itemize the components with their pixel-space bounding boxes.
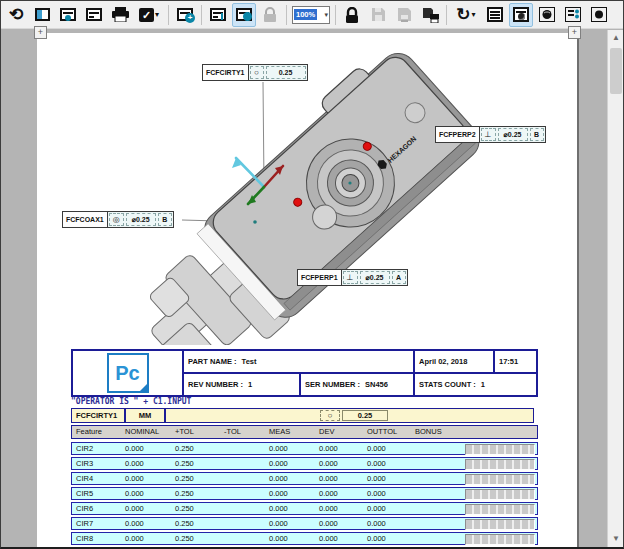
- report-template-icon[interactable]: [56, 3, 80, 27]
- save-icon[interactable]: [366, 3, 390, 27]
- hit-point: [348, 181, 351, 184]
- add-report-icon[interactable]: +: [173, 3, 197, 27]
- datum-ref: B: [530, 128, 544, 141]
- result-bar: [465, 534, 535, 545]
- perpendicularity-icon: ⊥: [481, 128, 496, 141]
- table-row: CIR20.0000.2500.0000.0000.000: [71, 442, 538, 455]
- perpendicularity-icon: ⊥: [343, 271, 358, 284]
- table-column-header: Feature NOMINAL +TOL -TOL MEAS DEV OUTTO…: [71, 425, 538, 439]
- save-print-icon[interactable]: [418, 3, 442, 27]
- operator-expression: "OPERATOR IS " + C1.INPUT: [71, 397, 191, 406]
- concentricity-icon: ◎: [109, 213, 124, 226]
- result-bar: [465, 519, 535, 530]
- table-row: CIR30.0000.2500.0000.0000.000: [71, 457, 538, 470]
- solid-view-icon[interactable]: [535, 3, 559, 27]
- stats-count-label: STATS COUNT :: [419, 380, 476, 389]
- fcf-tolerance: 0.25: [342, 410, 388, 421]
- approve-check-icon[interactable]: ✓ ▾: [134, 3, 164, 27]
- refresh-icon[interactable]: ↻ ▾: [451, 3, 481, 27]
- scroll-up-icon[interactable]: ▲: [608, 30, 624, 46]
- table-row: CIR50.0000.2500.0000.0000.000: [71, 487, 538, 500]
- report-toolbar: ⟲ ✓ ▾ + 100% ▾: [1, 1, 623, 29]
- dropdown-caret-icon: ▾: [472, 10, 476, 19]
- result-bar: [465, 504, 535, 515]
- split-view-icon[interactable]: [30, 3, 54, 27]
- ser-number-value: SN456: [365, 380, 388, 389]
- circularity-icon: ○: [320, 410, 340, 421]
- document-area: HEXAGON FCFCIRTY1 ○: [1, 30, 607, 547]
- report-list-icon[interactable]: [561, 3, 585, 27]
- text-report-icon[interactable]: [206, 3, 230, 27]
- table-row: CIR60.0000.2500.0000.0000.000: [71, 502, 538, 515]
- combobox-caret-icon: ▾: [324, 11, 328, 19]
- separator: [286, 5, 287, 25]
- zoom-combobox[interactable]: 100% ▾: [292, 6, 330, 24]
- datum-ref: A: [392, 271, 406, 284]
- result-bar: [465, 474, 535, 485]
- report-window: ⟲ ✓ ▾ + 100% ▾: [0, 0, 624, 549]
- callout-fcfcirty1: FCFCIRTY1 ○ 0.25: [202, 64, 308, 81]
- table-row: CIR80.0000.2500.0000.0000.000: [71, 532, 538, 545]
- table-row: CIR70.0000.2500.0000.0000.000: [71, 517, 538, 530]
- result-bar: [465, 444, 535, 455]
- text-view-icon[interactable]: [483, 3, 507, 27]
- report-wizard-icon[interactable]: [82, 3, 106, 27]
- separator: [446, 5, 447, 25]
- rev-number-value: 1: [248, 380, 252, 389]
- part-body: HEXAGON: [107, 37, 486, 345]
- save-as-icon[interactable]: [392, 3, 416, 27]
- report-page: HEXAGON FCFCIRTY1 ○: [37, 33, 579, 549]
- pcdmis-logo: Pc: [107, 353, 149, 393]
- report-header-table: Pc PART NAME : Test April 02, 2018 17:51…: [71, 349, 538, 397]
- vertical-scrollbar[interactable]: ▲ ▼: [607, 30, 623, 547]
- hit-point: [253, 220, 257, 224]
- fcf-units: MM: [126, 409, 166, 422]
- table-row: CIR40.0000.2500.0000.0000.000: [71, 472, 538, 485]
- part-name-value: Test: [242, 357, 257, 366]
- part-name-label: PART NAME :: [188, 357, 237, 366]
- circularity-icon: ○: [250, 66, 264, 79]
- datum-ref: B: [158, 213, 172, 226]
- rev-number-label: REV NUMBER :: [188, 380, 243, 389]
- result-bar: [465, 489, 535, 500]
- scroll-down-icon[interactable]: ▼: [608, 531, 624, 547]
- callout-fcfcoax1: FCFCOAX1 ◎ ⌀0.25 B: [62, 211, 174, 228]
- zoom-value: 100%: [294, 9, 317, 20]
- callout-fcfperp2: FCFPERP2 ⊥ ⌀0.25 B: [435, 126, 546, 143]
- separator: [335, 5, 336, 25]
- callout-fcfperp1: FCFPERP1 ⊥ ⌀0.25 A: [297, 269, 408, 286]
- cad-report-icon[interactable]: [232, 3, 256, 27]
- section-expand-marker[interactable]: +: [568, 26, 581, 39]
- report-time: 17:51: [495, 351, 536, 372]
- stats-count-value: 1: [481, 380, 485, 389]
- fcf-name: FCFCIRTY1: [72, 409, 126, 422]
- dropdown-caret-icon: ▾: [155, 10, 159, 19]
- rotate-icon[interactable]: ⟲: [4, 3, 28, 27]
- lock-icon[interactable]: [340, 3, 364, 27]
- fcf-summary-row: FCFCIRTY1 MM ○ 0.25: [71, 408, 534, 423]
- report-date: April 02, 2018: [415, 351, 495, 372]
- separator: [168, 5, 169, 25]
- section-expand-marker[interactable]: +: [34, 26, 47, 39]
- ser-number-label: SER NUMBER :: [305, 380, 360, 389]
- part-drawing: HEXAGON: [37, 33, 579, 345]
- separator: [201, 5, 202, 25]
- edit-lock-icon[interactable]: [258, 3, 282, 27]
- scrollbar-thumb[interactable]: [610, 48, 622, 94]
- print-icon[interactable]: [108, 3, 132, 27]
- report-preview-icon[interactable]: [509, 3, 533, 27]
- result-bar: [465, 459, 535, 470]
- cad-window-icon[interactable]: [587, 3, 611, 27]
